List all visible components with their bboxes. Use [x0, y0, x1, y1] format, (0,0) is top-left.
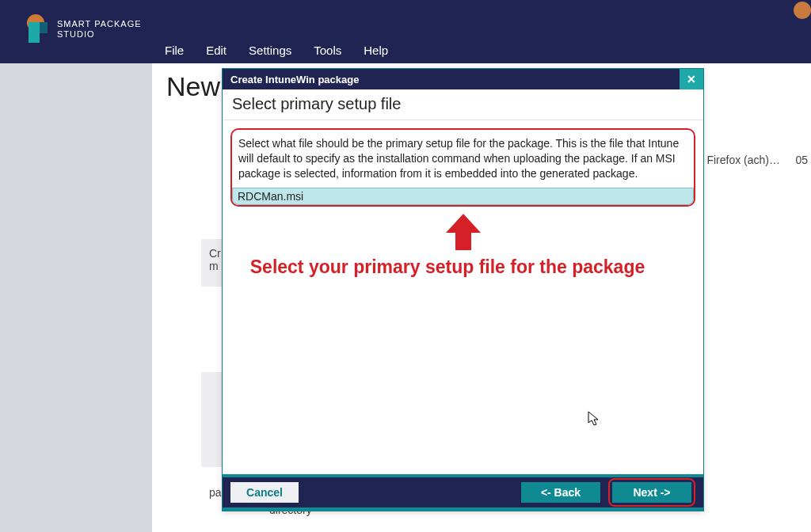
logo-icon: [19, 14, 49, 44]
dialog-titlebar[interactable]: Create IntuneWin package ✕: [223, 69, 703, 89]
close-icon: ✕: [687, 73, 696, 86]
create-intunewin-dialog: Create IntuneWin package ✕ Select primar…: [222, 68, 704, 511]
app-logo: SMART PACKAGE STUDIO: [5, 8, 156, 51]
cursor-icon: [588, 411, 600, 427]
annotation-highlight-box: Select what file should be the primary s…: [230, 128, 695, 207]
menu-tools[interactable]: Tools: [314, 44, 341, 57]
annotation-arrow-icon: [446, 214, 481, 253]
bg-text-fragment: Crm: [209, 247, 221, 272]
dialog-body: Select what file should be the primary s…: [223, 120, 703, 474]
menu-edit[interactable]: Edit: [206, 44, 227, 57]
app-name: SMART PACKAGE STUDIO: [57, 19, 142, 40]
menu-settings[interactable]: Settings: [249, 44, 291, 57]
dialog-step-title: Select primary setup file: [223, 89, 703, 120]
menubar: File Edit Settings Tools Help: [165, 44, 388, 57]
svg-marker-0: [446, 214, 481, 250]
cancel-button[interactable]: Cancel: [230, 482, 299, 503]
annotation-next-highlight: Next ->: [608, 478, 695, 507]
bg-text-fragment: pa: [209, 486, 222, 499]
setup-file-row[interactable]: RDCMan.msi: [232, 188, 694, 205]
dialog-instruction-text: Select what file should be the primary s…: [238, 136, 687, 181]
dialog-close-button[interactable]: ✕: [680, 69, 703, 89]
menu-file[interactable]: File: [165, 44, 184, 57]
avatar[interactable]: [794, 2, 811, 19]
annotation-text: Select your primary setup file for the p…: [223, 256, 703, 278]
menu-help[interactable]: Help: [364, 44, 388, 57]
back-button[interactable]: <- Back: [521, 482, 600, 503]
dialog-footer: Cancel <- Back Next ->: [223, 474, 703, 511]
dialog-title: Create IntuneWin package: [230, 74, 359, 86]
next-button[interactable]: Next ->: [612, 482, 691, 503]
app-header: SMART PACKAGE STUDIO File Edit Settings …: [0, 0, 811, 63]
